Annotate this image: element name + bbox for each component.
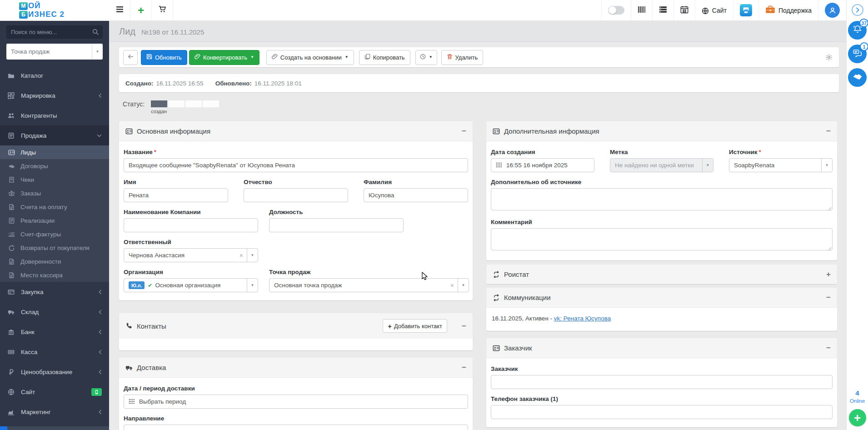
- tag-label: Метка: [610, 149, 713, 155]
- sidebar-item-marketing[interactable]: Маркетинг: [0, 402, 109, 422]
- created-date-input[interactable]: 16:55 16 ноября 2025: [491, 158, 594, 172]
- sidebar-item-zakazy[interactable]: Заказы: [0, 186, 109, 200]
- clear-icon[interactable]: ×: [236, 252, 247, 259]
- sidebar-item-prodazha[interactable]: Продажа: [0, 125, 109, 145]
- sidebar-item-cenoobrazovanie[interactable]: Ценообразование: [0, 362, 109, 382]
- delivery-period-input[interactable]: Выбрать период: [124, 395, 468, 409]
- create-from-button[interactable]: Создать на основании ▼: [266, 50, 354, 65]
- partners-button[interactable]: [848, 68, 867, 87]
- clear-icon[interactable]: ×: [447, 282, 458, 289]
- sidebar-item-lidy[interactable]: Лиды: [0, 145, 109, 159]
- organization-select[interactable]: Ю.л. ✔ Основная организация ▼: [124, 278, 258, 292]
- copy-button[interactable]: Копировать: [359, 50, 410, 65]
- chevron-down-icon[interactable]: ▼: [247, 279, 258, 292]
- status-segment-2[interactable]: [168, 100, 185, 107]
- status-segment-4[interactable]: [203, 100, 219, 107]
- quick-add-button[interactable]: +: [130, 0, 152, 20]
- help-button[interactable]: [852, 4, 863, 16]
- customer-panel: Заказчик − Заказчик Телефон заказчика (1…: [486, 338, 837, 427]
- calendar-icon: [680, 5, 688, 15]
- collapse-button[interactable]: −: [462, 322, 466, 330]
- chevron-down-icon[interactable]: ▼: [821, 159, 832, 172]
- sidebar-item-zakupka[interactable]: Закупка: [0, 282, 109, 302]
- sidebar-item-doverennosti[interactable]: Доверенности: [0, 255, 109, 268]
- position-input[interactable]: [269, 218, 404, 232]
- status-segment-1[interactable]: [151, 100, 167, 107]
- tag-select[interactable]: Не найдено ни одной метки ▼: [610, 158, 713, 172]
- id-card-icon: [125, 128, 133, 135]
- history-button[interactable]: ▼: [415, 50, 437, 65]
- chevron-down-icon[interactable]: ▼: [458, 279, 469, 292]
- sidebar-item-scheta-na-oplatu[interactable]: Счета на оплату: [0, 200, 109, 214]
- company-input[interactable]: [124, 218, 258, 232]
- sidebar-item-bank[interactable]: Банк: [0, 322, 109, 342]
- responsible-select[interactable]: Чернова Анастасия × ▼: [124, 248, 258, 262]
- plus-icon: +: [388, 323, 392, 330]
- collapse-button[interactable]: −: [462, 364, 466, 371]
- collapse-button[interactable]: −: [826, 127, 831, 135]
- convert-button[interactable]: Конвертировать ▼: [189, 50, 259, 65]
- source-label: Источник: [729, 149, 758, 155]
- status-segment-3[interactable]: [185, 100, 202, 107]
- collapse-button[interactable]: −: [826, 294, 831, 301]
- delete-button[interactable]: Удалить: [441, 50, 484, 65]
- comment-textarea[interactable]: [491, 228, 833, 250]
- terminal-button[interactable]: [652, 0, 673, 20]
- theme-toggle[interactable]: [601, 0, 631, 20]
- site-button[interactable]: Сайт: [695, 0, 733, 20]
- collapse-button[interactable]: −: [826, 344, 831, 352]
- customer-input[interactable]: [491, 375, 833, 389]
- collapse-button[interactable]: −: [462, 127, 466, 135]
- notifications-badge: 37: [859, 19, 868, 27]
- user-menu-button[interactable]: [818, 0, 846, 20]
- name-input[interactable]: [124, 158, 468, 172]
- status-current-step: создан: [151, 109, 219, 114]
- sidebar-item-markirovka[interactable]: Маркировка: [0, 85, 109, 105]
- sidebar-item-cheki[interactable]: Чеки: [0, 173, 109, 186]
- calendar-button[interactable]: [673, 0, 695, 20]
- sidebar-item-mesto-kassira[interactable]: Место кассира: [0, 268, 109, 282]
- first-name-input[interactable]: [124, 188, 228, 202]
- sidebar-item-dogovory[interactable]: Договоры: [0, 159, 109, 173]
- toggle-switch-off[interactable]: [608, 6, 624, 15]
- barcode-button[interactable]: [631, 0, 652, 20]
- direction-input[interactable]: [124, 425, 468, 430]
- sidebar-item-sklad[interactable]: Склад: [0, 302, 109, 322]
- sidebar-item-schet-faktury[interactable]: Счет-фактуры: [0, 227, 109, 241]
- messages-button[interactable]: 1: [848, 45, 867, 63]
- chevron-down-icon[interactable]: ▼: [247, 249, 258, 262]
- sales-point-field-select[interactable]: Основная точка продаж × ▼: [269, 278, 469, 292]
- sidebar-item-vozvraty[interactable]: Возвраты от покупателя: [0, 241, 109, 255]
- globe-icon: [702, 7, 709, 14]
- notifications-button[interactable]: 37: [848, 21, 867, 40]
- update-button[interactable]: Обновить: [141, 50, 187, 65]
- sales-point-value: Точка продаж: [6, 48, 92, 55]
- vk-contact-link[interactable]: vk: Рената Юсупова: [554, 315, 611, 322]
- position-label: Должность: [269, 209, 404, 215]
- mobile-app-button[interactable]: [733, 0, 758, 20]
- settings-gear-button[interactable]: [825, 54, 833, 63]
- sidebar-item-katalog[interactable]: Каталог: [0, 65, 109, 85]
- source-select[interactable]: SoapbyRenata ▼: [729, 158, 833, 172]
- cart-button[interactable]: [152, 0, 173, 20]
- sidebar-item-sajt[interactable]: Сайт: [0, 382, 109, 402]
- add-contact-button[interactable]: + Добавить контакт: [383, 319, 447, 333]
- customer-phone-input[interactable]: [491, 405, 833, 419]
- source-details-textarea[interactable]: [491, 188, 833, 210]
- middle-name-input[interactable]: [244, 188, 348, 202]
- status-bar[interactable]: [151, 100, 219, 107]
- sidebar-item-realizacii[interactable]: Реализации: [0, 214, 109, 227]
- last-name-input[interactable]: [364, 188, 468, 202]
- sales-point-select[interactable]: Точка продаж ▼: [6, 44, 103, 60]
- back-button[interactable]: [123, 50, 138, 65]
- menu-search-input[interactable]: [6, 25, 103, 39]
- support-button[interactable]: Поддержка: [758, 0, 818, 20]
- create-fab-button[interactable]: +: [849, 409, 866, 426]
- expand-button[interactable]: +: [826, 270, 831, 278]
- sidebar: Точка продаж ▼ КаталогМаркировкаКонтраге…: [0, 21, 109, 430]
- app-logo[interactable]: М ОЙ Б ИЗНЕС 2: [0, 0, 109, 20]
- sidebar-item-kontragenty[interactable]: Контрагенты: [0, 105, 109, 125]
- menu-toggle-button[interactable]: [109, 0, 130, 20]
- sidebar-item-kassa[interactable]: Касса: [0, 342, 109, 362]
- caret-down-icon: ▼: [429, 55, 433, 59]
